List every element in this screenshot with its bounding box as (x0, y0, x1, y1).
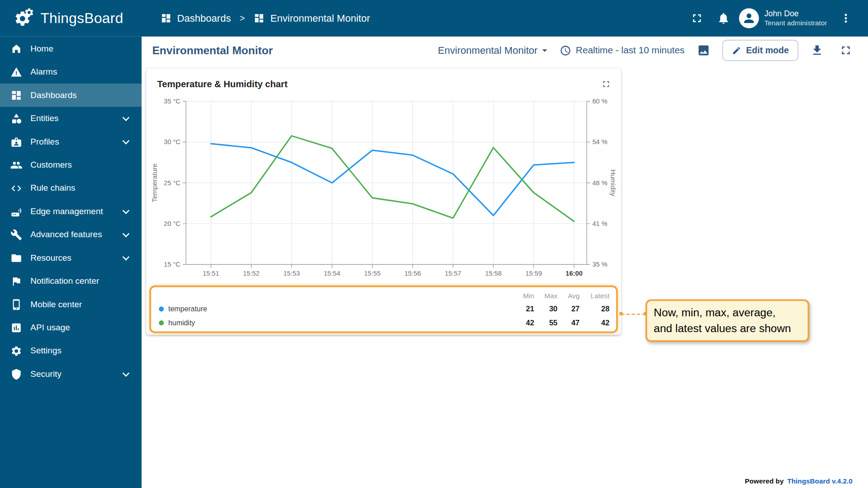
sidebar-item-entities[interactable]: Entities (0, 107, 142, 130)
customers-icon (10, 159, 22, 171)
sidebar-item-label: Rule chains (30, 183, 133, 193)
thingsboard-logo[interactable]: ThingsBoard (0, 7, 142, 29)
svg-text:Temperature: Temperature (151, 164, 158, 202)
svg-text:20 °C: 20 °C (164, 220, 180, 227)
legend-latest-value: 42 (580, 319, 609, 327)
sidebar-item-settings[interactable]: Settings (0, 339, 142, 362)
sidebar-item-label: Security (30, 369, 115, 379)
sidebar-item-api-usage[interactable]: API usage (0, 316, 142, 339)
timewindow-button[interactable]: Realtime - last 10 minutes (560, 45, 684, 56)
breadcrumb-item-environmental-monitor[interactable]: Environmental Monitor (254, 13, 370, 24)
sidebar-item-customers[interactable]: Customers (0, 153, 142, 176)
notification-icon (10, 275, 22, 287)
sidebar-item-notification-center[interactable]: Notification center (0, 269, 142, 292)
sidebar-item-home[interactable]: Home (0, 37, 142, 60)
sidebar-item-label: Alarms (30, 67, 133, 77)
edit-mode-button[interactable]: Edit mode (722, 40, 798, 61)
legend-col-avg: Avg (557, 292, 580, 300)
user-menu-button[interactable] (835, 7, 857, 29)
sidebar-item-rule-chains[interactable]: Rule chains (0, 177, 142, 200)
svg-text:60 %: 60 % (592, 98, 607, 105)
widget-expand-button[interactable] (601, 79, 611, 89)
svg-text:15:51: 15:51 (203, 270, 219, 277)
avatar[interactable] (739, 8, 759, 28)
breadcrumb-separator: > (240, 13, 245, 23)
sidebar-item-mobile-center[interactable]: Mobile center (0, 293, 142, 316)
dashboard-canvas: Temperature & Humidity chart 35 °C60 %30… (142, 64, 868, 488)
svg-text:15:52: 15:52 (243, 270, 259, 277)
edge-icon (10, 206, 22, 217)
sidebar-item-label: Home (30, 44, 133, 54)
chart-area[interactable]: 35 °C60 %30 °C54 %25 °C48 %20 °C41 %15 °… (146, 93, 621, 281)
legend-header-row: MinMaxAvgLatest (159, 290, 609, 302)
advanced-icon (10, 229, 22, 240)
rule-chains-icon (10, 182, 22, 194)
user-name: John Doe (764, 9, 827, 19)
powered-by: Powered by ThingsBoard v.4.2.0 (745, 478, 853, 485)
breadcrumb: Dashboards>Environmental Monitor (160, 13, 370, 24)
legend-rows: temperature21302728humidity42554742 (159, 302, 609, 330)
chart-widget: Temperature & Humidity chart 35 °C60 %30… (146, 69, 621, 335)
sidebar-item-alarms[interactable]: Alarms (0, 60, 142, 83)
legend-latest-value: 28 (580, 305, 609, 313)
sidebar-item-label: API usage (30, 323, 133, 333)
chevron-down-icon (123, 370, 130, 377)
pencil-icon (731, 46, 741, 55)
breadcrumb-item-dashboards[interactable]: Dashboards (160, 13, 231, 24)
export-dashboard-button[interactable] (807, 40, 827, 60)
powered-by-label: Powered by (745, 478, 784, 485)
app-name: ThingsBoard (40, 9, 123, 27)
sidebar-item-advanced-features[interactable]: Advanced features (0, 223, 142, 246)
sidebar-item-label: Resources (30, 253, 115, 263)
svg-text:Humidity: Humidity (609, 169, 617, 197)
version-link[interactable]: ThingsBoard v.4.2.0 (787, 478, 852, 485)
chevron-down-icon (123, 137, 130, 144)
chevron-down-icon (123, 207, 130, 214)
legend-avg-value: 27 (557, 305, 580, 313)
toolbar-fullscreen-button[interactable] (836, 40, 856, 60)
sidebar-item-security[interactable]: Security (0, 362, 142, 385)
dashboard-selector[interactable]: Environmental Monitor (438, 44, 551, 56)
fullscreen-button[interactable] (686, 7, 708, 29)
widget-header: Temperature & Humidity chart (146, 69, 621, 93)
sidebar-item-profiles[interactable]: Profiles (0, 130, 142, 153)
notifications-button[interactable] (712, 7, 735, 29)
home-icon (10, 43, 22, 55)
legend-max-value: 30 (534, 305, 557, 313)
legend-series-humidity[interactable]: humidity (159, 319, 509, 327)
sidebar-item-label: Advanced features (30, 230, 115, 239)
dashboards-icon (10, 89, 22, 101)
thingsboard-app: ThingsBoard Dashboards>Environmental Mon… (0, 0, 868, 488)
profiles-icon (10, 136, 22, 148)
sidebar-item-edge-management[interactable]: Edge management (0, 200, 142, 223)
legend-max-value: 55 (534, 319, 557, 327)
alarm-icon (10, 66, 22, 78)
chevron-down-icon (123, 253, 130, 260)
svg-text:48 %: 48 % (592, 179, 607, 187)
svg-text:30 °C: 30 °C (164, 138, 180, 145)
legend-panel: MinMaxAvgLatest temperature21302728humid… (150, 286, 618, 333)
settings-icon (10, 345, 22, 357)
toolbar-actions: Environmental Monitor Realtime - last 10… (438, 40, 856, 61)
legend-series-temperature[interactable]: temperature (159, 305, 509, 313)
svg-text:25 °C: 25 °C (164, 179, 180, 187)
sidebar-item-label: Dashboards (30, 90, 133, 100)
sidebar-item-label: Profiles (30, 136, 115, 146)
breadcrumb-label: Environmental Monitor (270, 13, 370, 24)
sidebar-item-label: Settings (30, 346, 133, 356)
sidebar-item-label: Notification center (30, 276, 133, 286)
legend-min-value: 21 (509, 305, 534, 313)
page-title: Environmental Monitor (152, 44, 273, 56)
chevron-down-icon (123, 114, 130, 121)
sidebar-item-dashboards[interactable]: Dashboards (0, 84, 142, 107)
legend-min-value: 42 (509, 319, 534, 327)
sidebar-item-label: Entities (30, 113, 115, 123)
thingsboard-logo-icon (13, 7, 35, 29)
user-info[interactable]: John Doe Tenant administrator (764, 9, 827, 28)
sidebar-item-resources[interactable]: Resources (0, 246, 142, 269)
svg-text:15:57: 15:57 (445, 270, 462, 277)
annotation-line-2: and latest values are shown (654, 320, 802, 336)
image-gallery-button[interactable] (693, 40, 713, 60)
svg-text:35 %: 35 % (592, 261, 607, 268)
dashboards-icon (160, 13, 171, 23)
